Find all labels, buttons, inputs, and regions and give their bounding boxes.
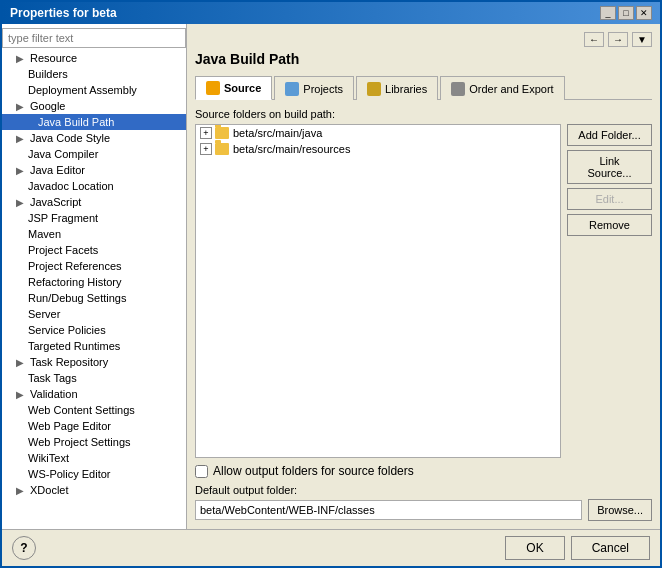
tab-source[interactable]: Source	[195, 76, 272, 100]
browse-button[interactable]: Browse...	[588, 499, 652, 521]
expand-icon: ▶	[16, 357, 28, 368]
sidebar-item-refactoring-history[interactable]: Refactoring History	[2, 274, 186, 290]
cancel-button[interactable]: Cancel	[571, 536, 650, 560]
sidebar-item-label: Project References	[28, 260, 122, 272]
projects-tab-icon	[285, 82, 299, 96]
action-buttons: Add Folder... Link Source... Edit... Rem…	[567, 124, 652, 458]
tab-label: Projects	[303, 83, 343, 95]
allow-output-checkbox[interactable]	[195, 465, 208, 478]
close-button[interactable]: ✕	[636, 6, 652, 20]
dialog-body: ▶ResourceBuildersDeployment Assembly▶Goo…	[2, 24, 660, 529]
folder-icon	[215, 127, 229, 139]
sidebar-item-wikitext[interactable]: WikiText	[2, 450, 186, 466]
sidebar-item-java-editor[interactable]: ▶Java Editor	[2, 162, 186, 178]
footer-buttons: OK Cancel	[505, 536, 650, 560]
forward-button[interactable]: →	[608, 32, 628, 47]
order-export-tab-icon	[451, 82, 465, 96]
tab-libraries[interactable]: Libraries	[356, 76, 438, 100]
expand-icon: ▶	[16, 53, 28, 64]
sidebar-item-xdoclet[interactable]: ▶XDoclet	[2, 482, 186, 498]
sidebar-item-web-project-settings[interactable]: Web Project Settings	[2, 434, 186, 450]
sidebar-item-javascript[interactable]: ▶JavaScript	[2, 194, 186, 210]
sidebar-item-java-compiler[interactable]: Java Compiler	[2, 146, 186, 162]
sidebar-item-ws-policy-editor[interactable]: WS-Policy Editor	[2, 466, 186, 482]
sidebar-item-label: WS-Policy Editor	[28, 468, 111, 480]
dropdown-button[interactable]: ▼	[632, 32, 652, 47]
remove-button[interactable]: Remove	[567, 214, 652, 236]
sidebar-item-label: Web Content Settings	[28, 404, 135, 416]
sidebar-item-jsp-fragment[interactable]: JSP Fragment	[2, 210, 186, 226]
link-source-button[interactable]: Link Source...	[567, 150, 652, 184]
title-bar: Properties for beta _ □ ✕	[2, 2, 660, 24]
sidebar-item-google[interactable]: ▶Google	[2, 98, 186, 114]
sidebar-item-web-content-settings[interactable]: Web Content Settings	[2, 402, 186, 418]
sidebar-item-server[interactable]: Server	[2, 306, 186, 322]
sidebar-item-validation[interactable]: ▶Validation	[2, 386, 186, 402]
sidebar-item-project-references[interactable]: Project References	[2, 258, 186, 274]
sidebar-item-task-repository[interactable]: ▶Task Repository	[2, 354, 186, 370]
tab-projects[interactable]: Projects	[274, 76, 354, 100]
expand-icon: ▶	[16, 101, 28, 112]
bottom-section: Allow output folders for source folders …	[195, 464, 652, 521]
back-button[interactable]: ←	[584, 32, 604, 47]
sidebar-item-deployment-assembly[interactable]: Deployment Assembly	[2, 82, 186, 98]
default-output-input[interactable]	[195, 500, 582, 520]
sidebar-item-resource[interactable]: ▶Resource	[2, 50, 186, 66]
sidebar-item-label: Task Tags	[28, 372, 77, 384]
tab-label: Libraries	[385, 83, 427, 95]
sidebar-item-label: Java Editor	[30, 164, 85, 176]
window-controls: _ □ ✕	[600, 6, 652, 20]
sidebar-item-label: XDoclet	[30, 484, 69, 496]
sidebar-item-label: Web Project Settings	[28, 436, 131, 448]
filter-input[interactable]	[2, 28, 186, 48]
expand-icon: ▶	[16, 165, 28, 176]
default-output-label: Default output folder:	[195, 484, 652, 496]
sidebar-item-label: JSP Fragment	[28, 212, 98, 224]
maximize-button[interactable]: □	[618, 6, 634, 20]
minimize-button[interactable]: _	[600, 6, 616, 20]
tab-order-export[interactable]: Order and Export	[440, 76, 564, 100]
source-folder-item[interactable]: +beta/src/main/java	[196, 125, 560, 141]
sidebar-item-java-build-path[interactable]: Java Build Path	[2, 114, 186, 130]
sidebar-item-label: Service Policies	[28, 324, 106, 336]
sidebar-item-task-tags[interactable]: Task Tags	[2, 370, 186, 386]
sidebar-item-web-page-editor[interactable]: Web Page Editor	[2, 418, 186, 434]
dialog-title: Properties for beta	[10, 6, 117, 20]
sidebar: ▶ResourceBuildersDeployment Assembly▶Goo…	[2, 24, 187, 529]
sidebar-item-label: Java Build Path	[38, 116, 114, 128]
sidebar-item-label: Resource	[30, 52, 77, 64]
sidebar-item-label: Project Facets	[28, 244, 98, 256]
sidebar-item-label: Maven	[28, 228, 61, 240]
help-button[interactable]: ?	[12, 536, 36, 560]
nav-arrows: ← → ▼	[195, 32, 652, 47]
sidebar-item-label: Java Compiler	[28, 148, 98, 160]
sidebar-item-builders[interactable]: Builders	[2, 66, 186, 82]
sidebar-item-java-code-style[interactable]: ▶Java Code Style	[2, 130, 186, 146]
sidebar-item-project-facets[interactable]: Project Facets	[2, 242, 186, 258]
source-folder-item[interactable]: +beta/src/main/resources	[196, 141, 560, 157]
sidebar-item-run-debug-settings[interactable]: Run/Debug Settings	[2, 290, 186, 306]
allow-output-label: Allow output folders for source folders	[213, 464, 414, 478]
edit-button[interactable]: Edit...	[567, 188, 652, 210]
sidebar-item-label: Javadoc Location	[28, 180, 114, 192]
expand-icon: ▶	[16, 485, 28, 496]
properties-dialog: Properties for beta _ □ ✕ ▶ResourceBuild…	[0, 0, 662, 568]
tabs: SourceProjectsLibrariesOrder and Export	[195, 75, 652, 100]
sidebar-item-label: Validation	[30, 388, 78, 400]
sidebar-item-javadoc-location[interactable]: Javadoc Location	[2, 178, 186, 194]
dialog-footer: ? OK Cancel	[2, 529, 660, 566]
sidebar-item-label: Google	[30, 100, 65, 112]
add-folder-button[interactable]: Add Folder...	[567, 124, 652, 146]
folder-path: beta/src/main/java	[233, 127, 322, 139]
sidebar-item-label: JavaScript	[30, 196, 81, 208]
source-folders-list: +beta/src/main/java+beta/src/main/resour…	[195, 124, 561, 458]
folder-path: beta/src/main/resources	[233, 143, 350, 155]
sidebar-item-targeted-runtimes[interactable]: Targeted Runtimes	[2, 338, 186, 354]
sidebar-item-label: Targeted Runtimes	[28, 340, 120, 352]
sidebar-item-service-policies[interactable]: Service Policies	[2, 322, 186, 338]
folder-expand-btn[interactable]: +	[200, 143, 212, 155]
sidebar-item-maven[interactable]: Maven	[2, 226, 186, 242]
ok-button[interactable]: OK	[505, 536, 564, 560]
tab-label: Source	[224, 82, 261, 94]
folder-expand-btn[interactable]: +	[200, 127, 212, 139]
